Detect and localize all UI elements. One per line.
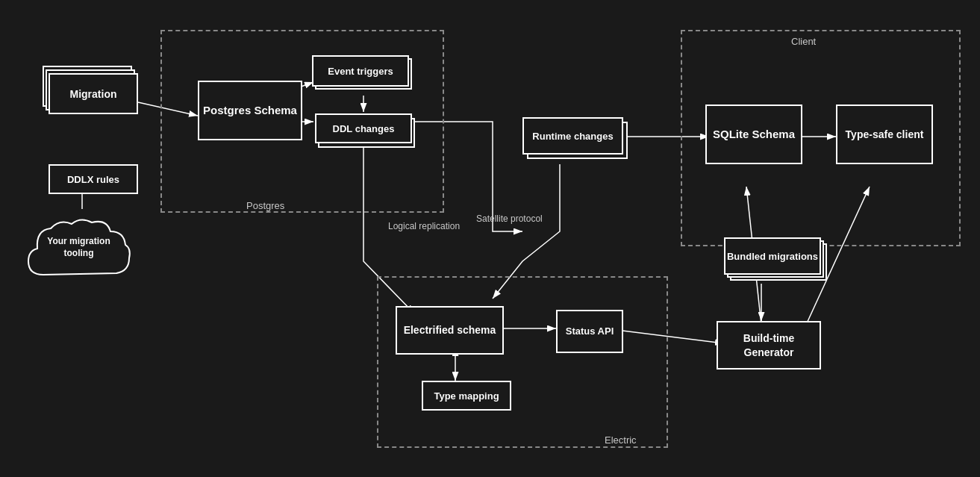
status-api-label: Status API [566, 325, 614, 338]
ddl-changes-box: DDL changes [315, 113, 412, 143]
postgres-schema-label: Postgres Schema [203, 103, 297, 118]
type-safe-client-label: Type-safe client [846, 128, 924, 141]
event-triggers-label: Event triggers [328, 66, 393, 77]
migration-label: Migration [70, 88, 117, 100]
build-time-generator-label: Build-time Generator [718, 331, 820, 358]
runtime-changes-label: Runtime changes [532, 131, 613, 142]
logical-replication-label: Logical replication [388, 220, 460, 233]
event-triggers-box: Event triggers [312, 55, 409, 87]
type-mapping-label: Type mapping [434, 390, 499, 402]
electric-label: Electric [605, 434, 637, 446]
satellite-protocol-label: Satellite protocol [476, 213, 543, 225]
bundled-migrations-label: Bundled migrations [727, 251, 818, 262]
bundled-migrations-box: Bundled migrations [724, 237, 821, 275]
ddlx-rules-label: DDLX rules [67, 174, 119, 185]
build-time-generator-box: Build-time Generator [717, 321, 821, 370]
migration-box: Migration [49, 73, 138, 114]
postgres-label: Postgres [246, 200, 284, 211]
your-migration-tooling-cloud: Your migration tooling [21, 215, 137, 290]
electrified-schema-label: Electrified schema [404, 323, 496, 337]
type-mapping-box: Type mapping [422, 381, 511, 411]
sqlite-schema-box: SQLite Schema [705, 105, 802, 164]
architecture-diagram: Migration DDLX rules Your migration tool… [0, 0, 980, 477]
postgres-schema-box: Postgres Schema [198, 81, 302, 140]
your-migration-tooling-label: Your migration tooling [47, 236, 110, 258]
ddl-changes-label: DDL changes [333, 123, 395, 134]
sqlite-schema-label: SQLite Schema [713, 127, 795, 142]
runtime-changes-box: Runtime changes [522, 117, 623, 155]
electric-container [377, 276, 668, 448]
electrified-schema-box: Electrified schema [396, 306, 504, 355]
ddlx-rules-box: DDLX rules [49, 164, 138, 194]
status-api-box: Status API [556, 310, 623, 353]
type-safe-client-box: Type-safe client [836, 105, 933, 164]
client-label: Client [791, 36, 816, 47]
